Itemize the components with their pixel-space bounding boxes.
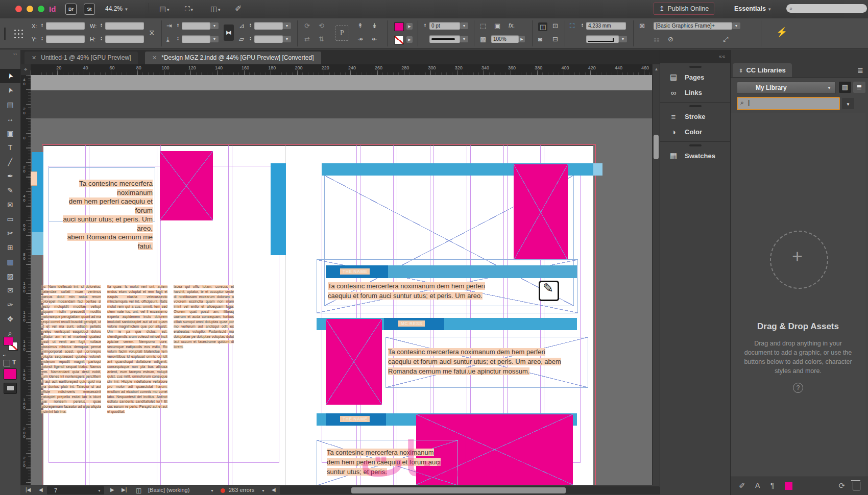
scrollbar-thumb[interactable] xyxy=(654,135,659,159)
wrap-bounding-icon[interactable]: ⊡ xyxy=(552,22,558,29)
reference-point-grid[interactable] xyxy=(13,29,23,39)
opacity-dropdown[interactable]: ▶ xyxy=(519,36,525,42)
stock-button[interactable]: St xyxy=(84,4,95,15)
last-page-button[interactable]: ▶| xyxy=(122,487,127,492)
scale-y-dropdown[interactable]: ▼ xyxy=(210,36,219,42)
frame-tool[interactable]: ⊠ xyxy=(0,197,20,212)
section1-name-bar-light[interactable] xyxy=(388,265,577,278)
wrap-none-icon[interactable]: ◫ xyxy=(538,22,547,31)
zoom-level-dropdown[interactable]: 44.2% ▼ xyxy=(105,5,128,12)
flip-vertical-icon[interactable]: ⇅ xyxy=(319,36,324,42)
first-page-button[interactable]: |◀ xyxy=(26,487,31,492)
gap-tool[interactable]: ↔ xyxy=(0,112,20,126)
close-icon[interactable]: ✕ xyxy=(152,55,157,61)
preflight-profile-dropdown[interactable]: [Basic] (working) xyxy=(148,487,189,493)
dock-item-stroke[interactable]: ≡Stroke xyxy=(660,109,731,124)
align-center-icon[interactable]: ↠ xyxy=(357,36,363,42)
drop-shadow-icon[interactable]: ⬚ xyxy=(480,22,486,29)
apply-color-button[interactable] xyxy=(4,368,17,380)
y-stepper[interactable]: ▲▼ xyxy=(40,35,44,44)
corner-shape-arrow[interactable]: ▼ xyxy=(619,36,627,42)
h-stepper[interactable]: ▲▼ xyxy=(99,35,104,44)
formatting-affects-text-icon[interactable]: T xyxy=(12,359,16,366)
add-fill-color-swatch[interactable] xyxy=(785,482,792,490)
default-fill-stroke-icon[interactable]: ▪▫ xyxy=(3,353,6,358)
constrain-proportions-icon[interactable]: ⧖ xyxy=(149,29,155,36)
document-tab-design-mgz[interactable]: ✕*Design MGZ 2.indd @ 44% [GPU Preview] … xyxy=(145,52,321,64)
fill-color-dropdown[interactable]: ▶ xyxy=(406,23,413,30)
dock-item-links[interactable]: ∞Links xyxy=(660,85,731,100)
rotate-ccw-icon[interactable]: ⟲ xyxy=(319,22,324,29)
toolbar-fill-swatch[interactable] xyxy=(4,337,13,345)
pen-tool[interactable]: ✒ xyxy=(0,169,20,183)
tools-panel-collapse[interactable]: ›› xyxy=(0,50,20,59)
pasteboard-text-snippet[interactable] xyxy=(31,171,37,186)
cc-libraries-tab[interactable]: ⇕CC Libraries xyxy=(733,63,792,77)
stroke-color-swatch[interactable] xyxy=(394,36,404,44)
selection-tool[interactable]: ➤ xyxy=(0,69,20,83)
free-transform-tool[interactable]: ⊞ xyxy=(0,240,20,255)
direct-selection-tool[interactable]: ➤ xyxy=(0,83,20,97)
gpu-performance-icon[interactable]: ✐ xyxy=(235,5,242,13)
previous-page-button[interactable]: ◀ xyxy=(39,487,43,492)
type-tool[interactable]: T xyxy=(0,140,20,155)
scale-x-input[interactable] xyxy=(182,22,210,30)
cc-sync-icon[interactable]: ⟳ xyxy=(838,481,845,490)
rotate-cw-icon[interactable]: ⟳ xyxy=(304,22,310,29)
width-input[interactable] xyxy=(105,22,144,30)
add-paragraph-style-icon[interactable]: ¶ xyxy=(770,481,775,489)
edit-pencil-icon[interactable]: ✎ xyxy=(539,281,559,301)
scale-x-stepper[interactable]: ▲▼ xyxy=(176,22,180,31)
body-text-column[interactable]: Bo. Nam idellecab imi, si doloreius. Ill… xyxy=(41,284,101,483)
add-graphic-icon[interactable]: ✐ xyxy=(739,481,745,490)
section1-text[interactable]: Ta contesinc mercerfera noximanum dem he… xyxy=(328,281,522,301)
gradient-feather-tool[interactable]: ▨ xyxy=(0,269,20,283)
style-override-icon[interactable]: ⚏ xyxy=(654,36,660,42)
scroll-left-arrow[interactable]: ◀ xyxy=(272,487,276,492)
publish-online-button[interactable]: ↥Publish Online xyxy=(654,3,714,15)
preflight-icon[interactable]: ◫ xyxy=(136,487,141,494)
add-character-style-icon[interactable]: A xyxy=(755,481,760,489)
x-input[interactable] xyxy=(46,22,85,30)
wrap-object-icon[interactable]: ◙ xyxy=(538,36,542,42)
help-icon[interactable]: ? xyxy=(793,383,803,393)
close-icon[interactable]: ✕ xyxy=(32,55,36,61)
stroke-style-arrow[interactable]: ▼ xyxy=(460,36,468,42)
section3-name-bar-dark[interactable]: THE NAME xyxy=(326,413,386,426)
bridge-button[interactable]: Br xyxy=(65,4,77,15)
dock-item-color[interactable]: ◑Color xyxy=(660,124,731,139)
stroke-weight-stepper[interactable]: ▲▼ xyxy=(423,22,427,31)
vertical-ruler[interactable]: 4 02 002 04 06 08 01 0 01 2 01 4 01 6 01… xyxy=(20,75,31,495)
fill-color-swatch[interactable] xyxy=(394,22,404,31)
view-options-dropdown[interactable]: ▤▼ xyxy=(159,5,170,12)
panel-grip[interactable] xyxy=(4,28,6,40)
height-input[interactable] xyxy=(105,35,144,43)
page-tool[interactable]: ▤ xyxy=(0,97,20,112)
scrollbar-thumb[interactable] xyxy=(351,487,566,493)
close-window-button[interactable] xyxy=(15,6,22,12)
image-placeholder-frame[interactable] xyxy=(514,164,568,260)
hand-tool[interactable]: ✥ xyxy=(0,312,20,326)
fit-frame-icon[interactable]: ↡ xyxy=(372,22,377,29)
corner-radius-stepper[interactable]: ▲▼ xyxy=(580,22,585,31)
cyan-sidebar-graphic[interactable] xyxy=(32,152,43,232)
ruler-origin[interactable]: ⌖ xyxy=(20,64,31,76)
minimize-window-button[interactable] xyxy=(27,6,33,12)
section2-name-bar-dark[interactable]: MC RESS xyxy=(384,318,444,330)
cyan-spine-bar[interactable] xyxy=(271,163,286,255)
rotation-input[interactable] xyxy=(254,22,283,30)
dock-item-pages[interactable]: ▤Pages xyxy=(660,69,731,85)
section1-name-bar-dark[interactable]: THE NAME xyxy=(326,265,388,278)
delete-trash-icon[interactable] xyxy=(853,482,860,490)
collapse-dock-icon[interactable]: «« xyxy=(719,54,726,59)
library-select-dropdown[interactable]: My Library ▼ xyxy=(737,82,836,94)
body-text-column[interactable]: lacea qui offic totam, corecus et harchi… xyxy=(174,284,234,483)
object-effects-icon[interactable]: ▣ xyxy=(494,22,500,29)
eyedropper-tool[interactable]: ✑ xyxy=(0,298,20,312)
grid-view-button[interactable]: ▦ xyxy=(839,82,851,93)
screen-mode-dropdown[interactable]: ⛶▼ xyxy=(185,5,194,12)
library-search-input[interactable]: ⌕ | xyxy=(737,97,840,110)
stroke-color-dropdown[interactable]: ▶ xyxy=(406,36,413,43)
object-style-arrow[interactable]: ▼ xyxy=(732,22,740,29)
panel-options-icon[interactable]: ⤢ xyxy=(723,36,728,42)
